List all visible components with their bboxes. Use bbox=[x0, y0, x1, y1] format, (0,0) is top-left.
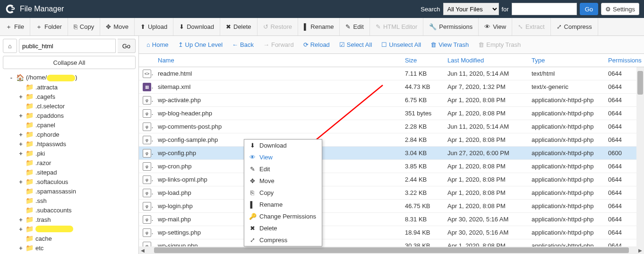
tree-toggle-icon[interactable]: - bbox=[9, 74, 14, 81]
edit-button[interactable]: ✎Edit bbox=[340, 18, 369, 35]
home-button[interactable]: ⌂ bbox=[3, 39, 17, 53]
cm-move[interactable]: ✥Move bbox=[244, 175, 322, 187]
col-modified[interactable]: Last Modified bbox=[444, 57, 528, 64]
permissions-button[interactable]: 🔧Permissions bbox=[423, 18, 479, 35]
vertical-scrollbar[interactable] bbox=[636, 67, 644, 246]
unselect-icon: ☐ bbox=[381, 41, 387, 48]
rename-button[interactable]: ▌Rename bbox=[298, 18, 340, 35]
table-row[interactable]: φwp-config.php3.04 KBJun 27, 2020, 6:00 … bbox=[139, 147, 644, 160]
delete-button[interactable]: ✖Delete bbox=[220, 18, 258, 35]
settings-button[interactable]: ⚙ Settings bbox=[601, 3, 639, 15]
nav-up-button[interactable]: ↥Up One Level bbox=[174, 38, 227, 51]
table-row[interactable]: φwp-mail.php8.31 KBApr 30, 2020, 5:16 AM… bbox=[139, 213, 644, 226]
folder-cache[interactable]: 📁cache bbox=[0, 234, 138, 243]
folder-clselector[interactable]: 📁.cl.selector bbox=[0, 101, 138, 111]
cm-rename[interactable]: ▌Rename bbox=[244, 199, 322, 210]
horizontal-scrollbar[interactable]: ◄ ► bbox=[139, 246, 644, 254]
tree-toggle-icon[interactable]: + bbox=[18, 150, 24, 157]
table-row[interactable]: φwp-load.php3.22 KBApr 1, 2020, 8:08 PMa… bbox=[139, 186, 644, 200]
unselect-all-button[interactable]: ☐Unselect All bbox=[378, 38, 425, 51]
table-row[interactable]: ▦sitemap.xml44.73 KBApr 7, 2020, 1:32 PM… bbox=[139, 80, 644, 94]
table-row[interactable]: φwp-blog-header.php351 bytesApr 1, 2020,… bbox=[139, 107, 644, 120]
root-home[interactable]: -🏠(/home/) bbox=[0, 73, 138, 82]
download-button[interactable]: ⬇Download bbox=[173, 18, 220, 35]
table-row[interactable]: φwp-activate.php6.75 KBApr 1, 2020, 8:08… bbox=[139, 94, 644, 107]
selectall-icon: ☑ bbox=[339, 41, 345, 48]
folder-attracta[interactable]: 📁.attracta bbox=[0, 82, 138, 92]
file-icon: φ bbox=[143, 228, 151, 237]
folder-htpasswds[interactable]: +📁.htpasswds bbox=[0, 139, 138, 149]
folder-ssh[interactable]: 📁.ssh bbox=[0, 196, 138, 205]
folder-icon: 📁 bbox=[26, 178, 34, 185]
table-row[interactable]: φwp-comments-post.php2.28 KBJun 11, 2020… bbox=[139, 120, 644, 133]
folder-cagefs[interactable]: +📁.cagefs bbox=[0, 92, 138, 101]
folder-cphorde[interactable]: +📁.cphorde bbox=[0, 130, 138, 139]
table-row[interactable]: φwp-config-sample.php2.84 KBApr 1, 2020,… bbox=[139, 133, 644, 147]
move-button[interactable]: ✥Move bbox=[100, 18, 135, 35]
tree-toggle-icon[interactable]: + bbox=[18, 140, 24, 148]
col-permissions[interactable]: Permissions bbox=[604, 57, 644, 64]
copy-button[interactable]: ⎘Copy bbox=[68, 18, 100, 35]
nav-home-button[interactable]: ⌂Home bbox=[143, 38, 172, 51]
tree-toggle-icon[interactable]: + bbox=[18, 178, 24, 185]
folder-cpaddons[interactable]: +📁.cpaddons bbox=[0, 111, 138, 120]
folder-cpanel[interactable]: 📁.cpanel bbox=[0, 120, 138, 130]
folder-sitepad[interactable]: 📁.sitepad bbox=[0, 167, 138, 177]
folder-softaculous[interactable]: +📁.softaculous bbox=[0, 177, 138, 186]
tree-toggle-icon[interactable]: + bbox=[18, 93, 24, 100]
folder-icon: 🏠 bbox=[16, 74, 24, 81]
col-size[interactable]: Size bbox=[401, 57, 444, 64]
search-go-button[interactable]: Go bbox=[580, 3, 598, 15]
nav-back-button[interactable]: ←Back bbox=[228, 38, 258, 51]
tree-toggle-icon[interactable]: + bbox=[18, 112, 24, 119]
folder-etc[interactable]: +📁etc bbox=[0, 243, 138, 253]
view-button[interactable]: 👁View bbox=[479, 18, 512, 35]
table-row[interactable]: φwp-settings.php18.94 KBApr 30, 2020, 5:… bbox=[139, 226, 644, 239]
tree-toggle-icon[interactable]: + bbox=[18, 226, 24, 233]
folder-pki[interactable]: +📁.pki bbox=[0, 149, 138, 158]
table-row[interactable]: φwp-links-opml.php2.44 KBApr 1, 2020, 8:… bbox=[139, 173, 644, 186]
folder-icon: 📁 bbox=[26, 131, 34, 138]
folder-trash[interactable]: +📁.trash bbox=[0, 215, 138, 224]
col-type[interactable]: Type bbox=[528, 57, 604, 64]
tree-toggle-icon[interactable]: + bbox=[18, 131, 24, 138]
new-file-button[interactable]: ＋File bbox=[0, 18, 30, 35]
folder-redacted[interactable]: +📁 bbox=[0, 224, 138, 234]
rename-icon: ▌ bbox=[304, 23, 308, 30]
cm-compress[interactable]: ⤢Compress bbox=[244, 234, 322, 246]
tree-toggle-icon[interactable]: + bbox=[18, 245, 24, 252]
grid-header: Name Size Last Modified Type Permissions bbox=[139, 54, 644, 67]
table-row[interactable]: φwp-login.php46.75 KBApr 1, 2020, 8:08 P… bbox=[139, 200, 644, 213]
folder-razor[interactable]: 📁.razor bbox=[0, 158, 138, 167]
path-input[interactable] bbox=[19, 39, 116, 53]
new-folder-button[interactable]: ＋Folder bbox=[30, 18, 68, 35]
table-row[interactable]: φwp-signup.php30.38 KBApr 1, 2020, 8:08 … bbox=[139, 239, 644, 246]
cm-delete[interactable]: ✖Delete bbox=[244, 222, 322, 234]
plus-icon: ＋ bbox=[36, 23, 42, 31]
folder-subaccounts[interactable]: 📁.subaccounts bbox=[0, 205, 138, 215]
compress-button[interactable]: ⤢Compress bbox=[551, 18, 598, 35]
nav-reload-button[interactable]: ⟳Reload bbox=[300, 38, 334, 51]
folder-icon: 📁 bbox=[26, 112, 34, 119]
col-name[interactable]: Name bbox=[154, 57, 401, 64]
select-all-button[interactable]: ☑Select All bbox=[335, 38, 376, 51]
folder-spamassassin[interactable]: 📁.spamassassin bbox=[0, 186, 138, 196]
cm-download[interactable]: ⬇Download bbox=[244, 140, 322, 151]
path-go-button[interactable]: Go bbox=[118, 39, 136, 53]
cm-view[interactable]: 👁View bbox=[244, 151, 322, 163]
tree-toggle-icon[interactable]: + bbox=[18, 216, 24, 223]
folder-icon: 📁 bbox=[26, 187, 34, 195]
copy-icon: ⎘ bbox=[74, 23, 77, 30]
cm-copy[interactable]: ⎘Copy bbox=[244, 187, 322, 199]
scroll-left-icon[interactable]: ◄ bbox=[139, 247, 146, 254]
cm-edit[interactable]: ✎Edit bbox=[244, 163, 322, 175]
view-trash-button[interactable]: 🗑View Trash bbox=[427, 38, 472, 51]
search-scope-select[interactable]: All Your Files bbox=[443, 3, 499, 15]
search-input[interactable] bbox=[512, 3, 577, 15]
collapse-all-button[interactable]: Collapse All bbox=[3, 56, 136, 69]
upload-button[interactable]: ⬆Upload bbox=[135, 18, 173, 35]
cm-permissions[interactable]: 🔑Change Permissions bbox=[244, 210, 322, 222]
scroll-right-icon[interactable]: ► bbox=[636, 247, 644, 254]
table-row[interactable]: φwp-cron.php3.85 KBApr 1, 2020, 8:08 PMa… bbox=[139, 160, 644, 173]
table-row[interactable]: <>readme.html7.11 KBJun 11, 2020, 5:14 A… bbox=[139, 67, 644, 80]
